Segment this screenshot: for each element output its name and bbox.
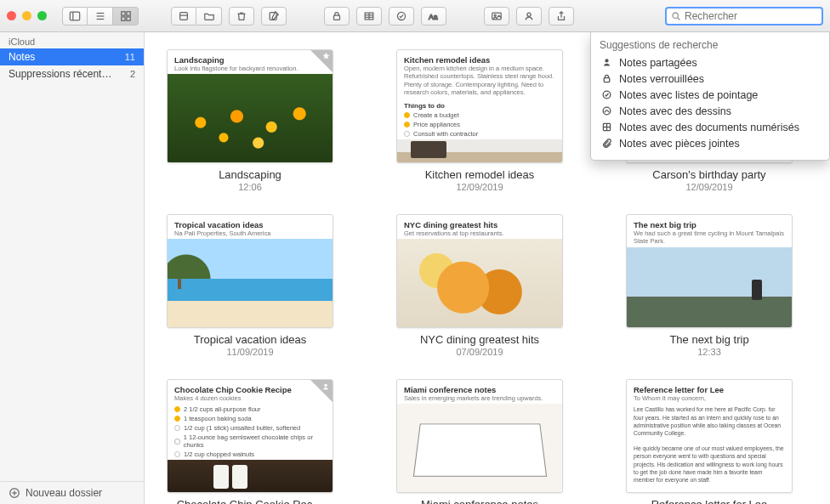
thumb-image — [397, 139, 562, 163]
suggestion-label: Notes partagées — [619, 57, 697, 69]
suggestion-attachment-notes[interactable]: Notes avec pièces jointes — [600, 135, 821, 151]
thumb-body-line: He quickly became one of our most valued… — [634, 445, 785, 484]
new-note-button[interactable] — [261, 7, 287, 25]
new-folder-button[interactable]: Nouveau dossier — [0, 481, 144, 504]
sidebar-item-notes[interactable]: Notes 11 — [0, 48, 144, 65]
search-suggestions-popover: Suggestions de recherche Notes partagées… — [590, 32, 830, 161]
window-controls — [7, 11, 47, 20]
svg-point-23 — [527, 13, 531, 16]
checklist-button[interactable] — [389, 7, 414, 25]
note-card[interactable]: Tropical vacation ideas Na Pali Properti… — [167, 214, 333, 357]
search-input[interactable] — [685, 10, 817, 22]
note-card[interactable]: Miami conference notes Sales in emerging… — [396, 379, 563, 504]
note-card[interactable]: Chocolate Chip Cookie Recipe Makes 4 doz… — [167, 379, 333, 504]
checklist-item: 1/2 cup chopped walnuts — [184, 450, 254, 458]
thumb-title: Miami conference notes — [404, 385, 555, 394]
thumb-body-line: I highly recommend Lee for your assistan… — [634, 491, 785, 493]
search-icon — [671, 11, 681, 21]
shared-icon — [310, 380, 333, 402]
checklist-item: 1 teaspoon baking soda — [184, 415, 252, 422]
thumb-image — [627, 247, 792, 327]
sidebar-item-count: 11 — [125, 52, 135, 62]
pin-icon — [310, 50, 333, 72]
move-to-folder-button[interactable] — [196, 7, 222, 25]
suggestion-label: Notes avec pièces jointes — [619, 138, 740, 150]
svg-rect-9 — [180, 12, 188, 20]
svg-rect-5 — [121, 11, 124, 14]
sidebar-item-count: 2 — [130, 69, 135, 79]
svg-point-33 — [603, 107, 611, 115]
checklist-item: Create a budget — [413, 111, 459, 119]
sidebar-item-label: Notes — [9, 51, 35, 63]
checklist-item: 1/2 cup (1 stick) unsalted butter, softe… — [184, 424, 300, 432]
thumb-subtitle: Open, modern kitchen design in a medium … — [404, 65, 555, 97]
thumb-subtitle: Makes 4 dozen cookies — [174, 394, 326, 402]
suggestion-label: Notes verrouillées — [619, 73, 704, 85]
suggestion-checklist-notes[interactable]: Notes avec listes de pointage — [600, 87, 821, 103]
card-title: Landscaping — [167, 168, 333, 181]
thumb-subtitle: Get reservations at top restaurants. — [404, 229, 555, 237]
svg-rect-14 — [334, 15, 340, 20]
suggestion-label: Notes avec des dessins — [619, 105, 731, 117]
checklist-header: Things to do — [404, 102, 555, 110]
thumb-title: Kitchen remodel ideas — [404, 55, 555, 65]
card-date: 12/09/2019 — [396, 182, 563, 192]
thumb-subtitle: Look into flagstone for backyard renovat… — [174, 65, 326, 72]
note-card[interactable]: Reference letter for Lee To Whom It may … — [626, 379, 793, 504]
suggestion-locked-notes[interactable]: Notes verrouillées — [600, 71, 821, 87]
suggestion-shared-notes[interactable]: Notes partagées — [600, 54, 821, 71]
checklist-item: Consult with contractor — [413, 130, 478, 138]
thumb-subtitle: Sales in emerging markets are trending u… — [404, 394, 555, 402]
note-card[interactable]: Landscaping Look into flagstone for back… — [167, 49, 333, 192]
thumb-subtitle: We had such a great time cycling in Moun… — [634, 229, 785, 246]
close-window[interactable] — [7, 11, 16, 20]
svg-line-25 — [678, 17, 680, 20]
thumb-subtitle: Na Pali Properties, South America — [174, 229, 326, 237]
card-title: Reference letter for Lee — [626, 498, 793, 504]
table-button[interactable] — [356, 7, 382, 25]
delete-note-button[interactable] — [229, 7, 254, 25]
toggle-sidebar-button[interactable] — [62, 7, 88, 25]
zoom-window[interactable] — [37, 11, 47, 20]
card-title: Miami conference notes — [396, 498, 563, 504]
plus-circle-icon — [9, 487, 20, 499]
suggestion-scanned-notes[interactable]: Notes avec des documents numérisés — [600, 119, 821, 135]
view-grid-button[interactable] — [113, 7, 139, 25]
suggestions-header: Suggestions de recherche — [600, 39, 821, 51]
thumb-image — [168, 460, 333, 492]
lock-note-button[interactable] — [324, 7, 350, 25]
view-list-button[interactable] — [88, 7, 113, 25]
checklist-item: Price appliances — [413, 121, 460, 128]
card-date: 12/09/2019 — [626, 182, 793, 192]
card-date: 12:33 — [626, 347, 793, 357]
share-button[interactable] — [549, 7, 574, 25]
sidebar: iCloud Notes 11 Suppressions récent… 2 N… — [0, 32, 145, 504]
attach-button[interactable] — [171, 7, 196, 25]
thumb-title: NYC dining greatest hits — [404, 220, 555, 229]
svg-rect-31 — [604, 78, 610, 82]
thumb-title: The next big trip — [634, 220, 785, 229]
checklist-item: 2 1/2 cups all-purpose flour — [184, 405, 260, 413]
minimize-window[interactable] — [22, 11, 31, 20]
thumb-image — [168, 74, 333, 162]
format-button[interactable]: Aa — [421, 7, 446, 25]
note-card[interactable]: The next big trip We had such a great ti… — [626, 214, 793, 357]
sidebar-item-label: Suppressions récent… — [9, 68, 111, 80]
note-card[interactable]: Kitchen remodel ideas Open, modern kitch… — [396, 49, 563, 192]
search-field-container[interactable] — [665, 7, 823, 25]
card-title: Carson's birthday party — [626, 168, 793, 181]
sidebar-item-recently-deleted[interactable]: Suppressions récent… 2 — [0, 65, 144, 82]
card-date: 12:06 — [167, 182, 333, 192]
svg-point-24 — [673, 13, 678, 18]
sidebar-section-header: iCloud — [0, 32, 144, 48]
collaborate-button[interactable] — [516, 7, 542, 25]
thumb-body-line: Lee Castillo has worked for me here at P… — [634, 405, 785, 437]
card-title: Tropical vacation ideas — [167, 333, 333, 346]
thumb-subtitle: To Whom It may concern, — [634, 394, 785, 402]
titlebar: Aa — [0, 0, 830, 32]
note-card[interactable]: NYC dining greatest hits Get reservation… — [396, 214, 563, 357]
thumb-title: Tropical vacation ideas — [174, 220, 326, 229]
suggestion-label: Notes avec des documents numérisés — [619, 122, 799, 133]
media-button[interactable] — [484, 7, 509, 25]
suggestion-drawing-notes[interactable]: Notes avec des dessins — [600, 103, 821, 119]
